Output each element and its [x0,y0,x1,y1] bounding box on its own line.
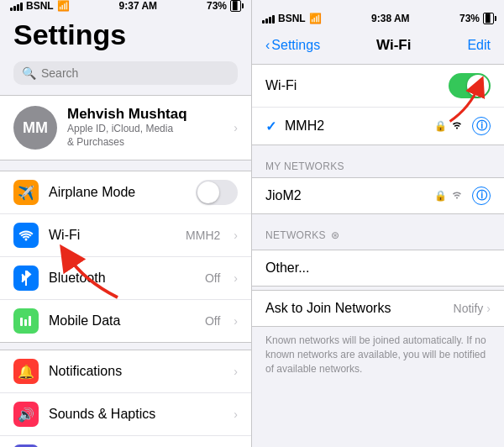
wifi-label: Wi-Fi [49,228,176,243]
mobile-data-label: Mobile Data [49,313,195,329]
right-wifi-icon: 📶 [309,13,322,24]
svg-rect-0 [20,318,23,326]
misc-settings-group: 🔔 Notifications › 🔊 Sounds & Haptics › 🌙… [0,350,251,447]
svg-rect-1 [24,319,27,326]
notifications-icon: 🔔 [13,359,39,384]
focus-row[interactable]: 🌙 Focus › [0,436,251,447]
my-networks-header: MY NETWORKS [252,145,504,177]
wifi-chevron-icon: › [234,229,238,242]
time-label: 9:37 AM [119,0,158,12]
network-info-button[interactable]: ⓘ [472,117,491,135]
battery-icon: ▊ [230,0,241,12]
back-label: Settings [271,38,320,53]
airplane-mode-toggle[interactable] [196,180,238,205]
notifications-row[interactable]: 🔔 Notifications › [0,350,251,393]
wifi-toggle-section: Wi-Fi ✓ MMH2 🔒 ⓘ [252,64,504,145]
airplane-mode-row[interactable]: ✈️ Airplane Mode [0,171,251,214]
wifi-toggle-row[interactable]: Wi-Fi [252,65,504,108]
profile-subtitle: Apple ID, iCloud, Media& Purchases [67,123,223,149]
jiom2-lock-icon: 🔒 [434,190,447,202]
search-bar[interactable]: 🔍 [13,61,238,85]
search-input[interactable] [41,66,229,80]
notifications-chevron-icon: › [234,365,238,378]
ask-to-join-value: Notify [454,302,484,315]
wifi-main-toggle[interactable] [449,73,491,98]
jiom2-info-button[interactable]: ⓘ [472,187,491,205]
connectivity-settings-group: ✈️ Airplane Mode Wi-Fi MMH2 › [0,171,251,343]
right-carrier-info: BSNL 📶 [262,13,322,24]
wifi-page-title: Wi-Fi [376,37,411,54]
profile-chevron-icon: › [234,121,238,134]
mobile-data-icon [13,308,39,334]
battery-label: 73% [207,0,227,12]
wifi-main-label: Wi-Fi [265,78,449,93]
wifi-icon [13,223,39,248]
signal-icon [10,1,23,11]
carrier-info: BSNL 📶 [10,0,70,12]
airplane-mode-label: Airplane Mode [49,185,186,200]
bluetooth-row[interactable]: Bluetooth Off › [0,257,251,300]
ask-to-join-label: Ask to Join Networks [265,301,454,316]
profile-name: Mehvish Mushtaq [67,106,223,123]
search-icon: 🔍 [22,66,36,80]
network-status-icons: 🔒 ⓘ [434,117,491,135]
back-button[interactable]: ‹ Settings [265,38,320,53]
right-battery-icon: ▊ [483,13,494,24]
loading-icon: ⊛ [331,229,339,241]
page-title: Settings [0,12,251,55]
connected-network-name: MMH2 [285,118,434,134]
profile-info: Mehvish Mushtaq Apple ID, iCloud, Media&… [67,106,223,149]
right-battery-label: 73% [459,13,480,24]
sounds-icon: 🔊 [13,402,39,427]
lock-icon: 🔒 [434,120,447,132]
sounds-row[interactable]: 🔊 Sounds & Haptics › [0,393,251,436]
wifi-value: MMH2 [186,229,220,242]
right-carrier-label: BSNL [278,13,306,24]
carrier-label: BSNL [26,0,54,12]
ask-to-join-chevron-icon: › [486,302,491,315]
wifi-footer-text: Known networks will be joined automatica… [252,327,504,382]
sounds-label: Sounds & Haptics [49,407,223,422]
jiom2-network-name: JioM2 [265,188,434,203]
ask-to-join-row[interactable]: Ask to Join Networks Notify › [252,290,504,327]
right-status-bar: BSNL 📶 9:38 AM 73% ▊ [252,0,504,37]
my-networks-label: MY NETWORKS [265,160,344,172]
airplane-mode-icon: ✈️ [13,180,39,205]
wifi-icon: 📶 [57,0,70,12]
right-time-label: 9:38 AM [371,13,410,24]
connected-network-row[interactable]: ✓ MMH2 🔒 ⓘ [252,108,504,145]
left-status-bar: BSNL 📶 9:37 AM 73% ▊ [0,0,251,12]
wifi-strength-icon [450,119,464,133]
wifi-nav-bar: ‹ Settings Wi-Fi Edit [252,37,504,60]
notifications-label: Notifications [49,364,223,379]
jiom2-network-row[interactable]: JioM2 🔒 ⓘ [252,177,504,214]
jiom2-network-icons: 🔒 ⓘ [434,187,491,205]
svg-rect-2 [29,316,31,326]
bluetooth-chevron-icon: › [234,271,238,285]
bluetooth-label: Bluetooth [49,271,195,286]
back-chevron-icon: ‹ [265,38,270,53]
battery-info: 73% ▊ [207,0,241,12]
mobile-data-chevron-icon: › [234,314,238,328]
right-signal-icon [262,13,275,24]
jiom2-wifi-icon [450,188,464,203]
sounds-chevron-icon: › [234,408,238,421]
networks-header: NETWORKS ⊛ [252,214,504,246]
other-network-name: Other... [265,260,491,276]
right-battery-info: 73% ▊ [459,13,494,24]
wifi-row[interactable]: Wi-Fi MMH2 › [0,214,251,257]
bluetooth-icon [13,266,39,291]
checkmark-icon: ✓ [265,118,276,134]
bluetooth-value: Off [205,271,220,285]
edit-button[interactable]: Edit [467,38,491,53]
avatar: MM [13,106,57,150]
mobile-data-value: Off [205,314,220,328]
mobile-data-row[interactable]: Mobile Data Off › [0,300,251,342]
other-network-row[interactable]: Other... [252,250,504,287]
profile-row[interactable]: MM Mehvish Mushtaq Apple ID, iCloud, Med… [0,95,251,160]
networks-label: NETWORKS [265,229,326,241]
